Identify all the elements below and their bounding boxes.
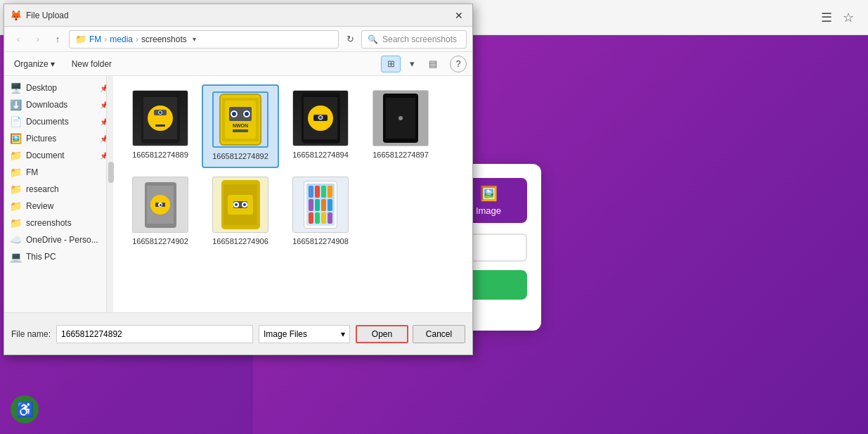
file-item-2[interactable]: NWON 1665812274892 [202, 84, 279, 168]
filetype-dropdown[interactable]: Image Files ▾ [259, 325, 350, 343]
dialog-title: File Upload [26, 11, 451, 20]
breadcrumb-current: screenshots [141, 34, 187, 44]
file-item-5[interactable]: 1665812274902 [122, 171, 199, 252]
file-name-2: 1665812274892 [212, 151, 268, 161]
sidebar-item-documents[interactable]: 📄 Documents 📌 [4, 113, 112, 130]
close-button[interactable]: ✕ [451, 8, 467, 23]
file-name-7: 1665812274908 [292, 236, 349, 246]
dialog-toolbar: ‹ › ↑ 📁 FM › media › screenshots ▾ ↻ 🔍 S… [4, 27, 472, 52]
back-button[interactable]: ‹ [10, 31, 27, 48]
sidebar-item-documents-label: Documents [26, 117, 69, 127]
file-name-5: 1665812274902 [132, 236, 188, 246]
dialog-search-placeholder: Search screenshots [382, 34, 457, 44]
bookmark-icon[interactable]: ☆ [843, 10, 854, 25]
accessibility-icon: ♿ [16, 401, 34, 418]
sidebar-item-review[interactable]: 📁 Review [4, 198, 112, 215]
sidebar-item-fm[interactable]: 📁 FM [4, 164, 112, 181]
sidebar-item-pictures[interactable]: 🖼️ Pictures 📌 [4, 130, 112, 147]
up-button[interactable]: ↑ [49, 31, 66, 48]
file-item-3[interactable]: 1665812274894 [282, 84, 359, 168]
sidebar-item-review-label: Review [26, 201, 53, 211]
downloads-icon: ⬇️ [10, 99, 22, 110]
documents-icon: 📄 [10, 116, 22, 127]
forward-button[interactable]: › [30, 31, 46, 48]
onedrive-icon: ☁️ [10, 234, 22, 245]
image-tab-icon: 🖼️ [480, 185, 498, 202]
help-button[interactable]: ? [450, 56, 467, 72]
search-icon: 🔍 [368, 34, 378, 44]
sidebar-item-downloads-label: Downloads [26, 100, 67, 110]
tab-image-label: Image [476, 205, 501, 216]
file-name-4: 1665812274897 [373, 150, 429, 160]
breadcrumb-fm[interactable]: FM [89, 34, 101, 44]
view-details-button[interactable]: ▤ [423, 56, 443, 72]
file-thumb-6 [212, 177, 268, 233]
sidebar-item-screenshots-label: screenshots [26, 218, 72, 228]
dialog-footer: File name: Image Files ▾ Open Cancel [4, 312, 472, 355]
file-name-1: 1665812274889 [132, 150, 188, 160]
dialog-body: 🖥️ Desktop 📌 ⬇️ Downloads 📌 📄 Documents … [4, 76, 472, 312]
sidebar-item-desktop[interactable]: 🖥️ Desktop 📌 [4, 79, 112, 96]
refresh-button[interactable]: ↻ [342, 31, 358, 48]
desktop-icon: 🖥️ [10, 82, 22, 94]
file-thumb-5 [132, 177, 188, 233]
dialog-titlebar: 🦊 File Upload ✕ [4, 4, 472, 27]
open-button[interactable]: Open [356, 325, 408, 343]
fm-icon: 📁 [10, 167, 22, 178]
thispc-icon: 💻 [10, 251, 22, 262]
new-folder-button[interactable]: New folder [66, 57, 117, 71]
accessibility-button[interactable]: ♿ [11, 395, 39, 423]
reader-icon[interactable]: ☰ [821, 10, 832, 25]
folder-icon: 📁 [10, 150, 22, 161]
file-thumb-7 [292, 177, 349, 233]
sidebar-item-research-label: research [26, 184, 59, 194]
breadcrumb-media[interactable]: media [110, 34, 133, 44]
screenshots-icon: 📁 [10, 217, 22, 229]
file-item-7[interactable]: 1665812274908 [282, 171, 359, 252]
file-thumb-4 [373, 90, 429, 146]
sidebar-item-onedrive[interactable]: ☁️ OneDrive - Perso... [4, 231, 112, 248]
filename-input[interactable] [56, 325, 253, 343]
organize-dropdown-icon: ▾ [51, 59, 55, 69]
file-thumb-3 [292, 90, 349, 146]
filename-label: File name: [11, 329, 51, 339]
sidebar-item-thispc[interactable]: 💻 This PC [4, 248, 112, 265]
organize-bar: Organize ▾ New folder ⊞ ▾ ▤ ? [4, 52, 472, 76]
sidebar-item-onedrive-label: OneDrive - Perso... [26, 235, 98, 245]
file-name-6: 1665812274906 [212, 236, 268, 246]
pictures-icon: 🖼️ [10, 133, 22, 144]
file-item-6[interactable]: 1665812274906 [202, 171, 279, 252]
file-item-4[interactable]: 1665812274897 [362, 84, 439, 168]
cancel-button[interactable]: Cancel [413, 325, 465, 343]
sidebar-scrollbar-thumb [108, 162, 114, 183]
sidebar-wrapper: 🖥️ Desktop 📌 ⬇️ Downloads 📌 📄 Documents … [4, 76, 113, 312]
breadcrumb-folder-icon: 📁 [75, 34, 86, 44]
filetype-value: Image Files [264, 329, 307, 339]
sidebar: 🖥️ Desktop 📌 ⬇️ Downloads 📌 📄 Documents … [4, 76, 113, 312]
sidebar-item-document2[interactable]: 📁 Document 📌 [4, 147, 112, 164]
filetype-dropdown-icon: ▾ [341, 329, 345, 339]
sidebar-item-downloads[interactable]: ⬇️ Downloads 📌 [4, 96, 112, 113]
research-icon: 📁 [10, 184, 22, 195]
file-item-1[interactable]: 1665812274889 [122, 84, 199, 168]
sidebar-item-pictures-label: Pictures [26, 134, 56, 143]
sidebar-item-thispc-label: This PC [26, 252, 56, 262]
sidebar-item-fm-label: FM [26, 167, 38, 177]
dialog-buttons: Open Cancel [356, 325, 465, 343]
breadcrumb-bar: 📁 FM › media › screenshots ▾ [69, 30, 339, 49]
sidebar-item-screenshots[interactable]: 📁 screenshots [4, 215, 112, 231]
sidebar-item-research[interactable]: 📁 research [4, 181, 112, 198]
review-icon: 📁 [10, 200, 22, 212]
dialog-search-bar[interactable]: 🔍 Search screenshots [361, 30, 467, 49]
view-dropdown-button[interactable]: ▾ [402, 56, 422, 72]
breadcrumb-dropdown-icon[interactable]: ▾ [193, 35, 196, 43]
files-area: 1665812274889 [113, 76, 472, 312]
file-thumb-2: NWON [212, 91, 268, 148]
sidebar-scrollbar[interactable] [106, 76, 113, 312]
file-thumb-1 [132, 90, 188, 146]
sidebar-item-document2-label: Document [26, 151, 65, 160]
view-thumbnails-button[interactable]: ⊞ [381, 56, 401, 72]
sidebar-item-desktop-label: Desktop [26, 83, 57, 93]
organize-button[interactable]: Organize ▾ [10, 57, 59, 71]
file-upload-dialog: 🦊 File Upload ✕ ‹ › ↑ 📁 FM › media › scr… [4, 4, 473, 355]
